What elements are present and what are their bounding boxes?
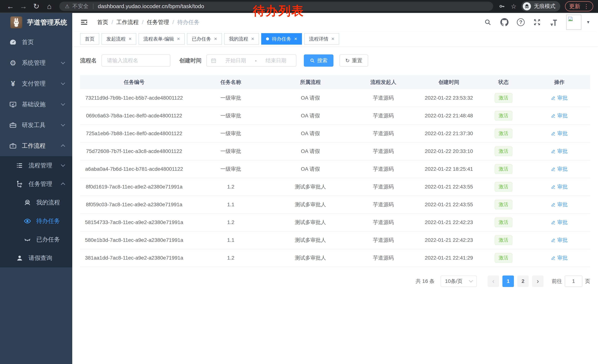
approve-link[interactable]: 审批 <box>551 237 568 244</box>
font-size-icon[interactable] <box>549 18 558 26</box>
end-date-placeholder: 结束日期 <box>260 57 292 64</box>
sidebar-item-system[interactable]: ⚙ 系统管理 <box>0 53 72 73</box>
sidebar-item-todo-task[interactable]: 待办任务 <box>0 212 72 230</box>
approve-link[interactable]: 审批 <box>551 130 568 137</box>
browser-reload-button[interactable]: ↻ <box>31 1 42 12</box>
task-created: 2022-01-21 22:42:23 <box>419 237 478 243</box>
browser-menu-icon[interactable]: ⋮ <box>583 3 589 10</box>
avatar[interactable] <box>566 15 581 30</box>
tab-start-process[interactable]: 发起流程 × <box>101 33 136 45</box>
close-icon[interactable]: × <box>177 36 180 42</box>
status-badge: 激活 <box>495 146 512 156</box>
breadcrumb-home[interactable]: 首页 <box>97 18 108 26</box>
sidebar-item-label: 流程管理 <box>29 162 52 170</box>
todo-task-table: 任务编号 任务名称 所属流程 流程发起人 创建时间 状态 操作 73211d9d… <box>80 75 590 267</box>
task-name: 一级审批 <box>188 94 274 101</box>
sidebar-item-leave-query[interactable]: 请假查询 <box>0 249 72 267</box>
close-icon[interactable]: × <box>331 36 334 42</box>
avatar-dropdown-caret-icon[interactable]: ▼ <box>586 20 590 25</box>
browser-back-button[interactable]: ← <box>5 1 16 12</box>
task-id: 8f0d1619-7ac8-11ec-a9e2-a2380e71991a <box>80 184 188 190</box>
breadcrumb-workflow[interactable]: 工作流程 <box>116 18 139 26</box>
tags-view-bar: 首页 发起流程 × 流程表单-编辑 × 已办任务 × 我的流程 × 待办任务 × <box>72 32 598 46</box>
approve-link[interactable]: 审批 <box>551 166 568 173</box>
task-id: 381aa1dd-7ac8-11ec-a9e2-a2380e71991a <box>80 255 188 261</box>
tab-process-detail[interactable]: 流程详情 × <box>304 33 339 45</box>
sidebar-item-infra[interactable]: 基础设施 <box>0 94 72 115</box>
status-badge: 激活 <box>495 129 512 138</box>
date-range-picker[interactable]: 开始日期 - 结束日期 <box>206 54 296 67</box>
tree-icon <box>15 180 25 188</box>
github-icon[interactable] <box>500 18 509 26</box>
task-initiator: 芋道源码 <box>347 130 419 137</box>
task-initiator: 芋道源码 <box>347 148 419 155</box>
search-icon <box>310 58 315 63</box>
task-name: 1.2 <box>188 219 274 225</box>
sidebar-item-workflow[interactable]: 工作流程 <box>0 136 72 156</box>
password-key-icon[interactable] <box>498 2 506 11</box>
col-task-id: 任务编号 <box>80 79 188 86</box>
reset-button[interactable]: ↻ 重置 <box>339 54 368 67</box>
sidebar-item-process-management[interactable]: 流程管理 <box>0 156 72 175</box>
tab-todo-task[interactable]: 待办任务 × <box>261 33 302 45</box>
browser-update-button[interactable]: 更新 ⋮ <box>565 1 593 11</box>
close-icon[interactable]: × <box>294 36 297 42</box>
task-name: 1.1 <box>188 237 274 243</box>
sidebar-item-task-management[interactable]: 任务管理 <box>0 175 72 193</box>
approve-link[interactable]: 审批 <box>551 112 568 119</box>
page-button-2[interactable]: 2 <box>517 275 529 287</box>
col-action: 操作 <box>529 79 590 86</box>
process-name-input[interactable] <box>101 54 170 67</box>
close-icon[interactable]: × <box>251 36 254 42</box>
face-icon <box>23 199 32 206</box>
status-badge: 激活 <box>495 200 512 209</box>
search-button[interactable]: 搜索 <box>304 54 333 67</box>
chevron-down-icon <box>61 60 65 64</box>
tab-home[interactable]: 首页 <box>80 33 99 45</box>
table-row: 73211d9d-7b9b-11ec-b5b7-acde48001122 一级审… <box>80 89 590 107</box>
sidebar-item-payment[interactable]: ¥ 支付管理 <box>0 73 72 94</box>
tab-label: 已办任务 <box>192 36 211 42</box>
sidebar-item-my-process[interactable]: 我的流程 <box>0 193 72 212</box>
approve-link[interactable]: 审批 <box>551 94 568 101</box>
sidebar-collapse-icon[interactable] <box>80 18 89 27</box>
active-tab-dot <box>266 37 269 40</box>
sidebar-item-label: 任务管理 <box>29 180 52 188</box>
search-icon[interactable] <box>483 18 492 26</box>
next-page-button[interactable]: › <box>532 275 544 287</box>
tab-done-task[interactable]: 已办任务 × <box>187 33 222 45</box>
tab-my-process[interactable]: 我的流程 × <box>224 33 259 45</box>
task-initiator: 芋道源码 <box>347 254 419 261</box>
task-name: 一级审批 <box>188 148 274 155</box>
sidebar-item-home[interactable]: 首页 <box>0 32 72 53</box>
goto-page-input[interactable] <box>565 275 582 287</box>
task-name: 1.2 <box>188 184 274 190</box>
monitor-icon <box>8 101 18 108</box>
task-created: 2022-01-22 20:33:10 <box>419 148 478 154</box>
close-icon[interactable]: × <box>129 36 132 42</box>
task-initiator: 芋道源码 <box>347 94 419 101</box>
breadcrumb-task-management[interactable]: 任务管理 <box>147 18 169 26</box>
approve-link[interactable]: 审批 <box>551 183 568 190</box>
approve-link[interactable]: 审批 <box>551 201 568 208</box>
prev-page-button[interactable]: ‹ <box>488 275 499 287</box>
help-icon[interactable]: ? <box>517 18 525 26</box>
toolbox-icon <box>8 121 18 129</box>
task-id: 725a1eb6-7b88-11ec-8ef0-acde48001122 <box>80 130 188 137</box>
task-id: 8f059c03-7ac8-11ec-a9e2-a2380e71991a <box>80 202 188 208</box>
fullscreen-icon[interactable] <box>533 18 541 26</box>
tab-process-form-edit[interactable]: 流程表单-编辑 × <box>139 33 185 45</box>
approve-link[interactable]: 审批 <box>551 219 568 226</box>
bookmark-star-icon[interactable]: ☆ <box>511 3 516 10</box>
approve-link[interactable]: 审批 <box>551 254 568 261</box>
edit-pencil-icon <box>551 202 556 207</box>
sidebar-item-done-task[interactable]: 已办任务 <box>0 230 72 249</box>
browser-forward-button[interactable]: → <box>18 1 29 12</box>
sidebar-item-devtools[interactable]: 研发工具 <box>0 115 72 136</box>
browser-home-button[interactable]: ⌂ <box>44 1 55 12</box>
approve-link[interactable]: 审批 <box>551 148 568 155</box>
briefcase-icon <box>8 142 18 150</box>
close-icon[interactable]: × <box>214 36 217 42</box>
page-button-1[interactable]: 1 <box>502 275 514 287</box>
page-size-select[interactable]: 10条/页 <box>440 275 477 287</box>
